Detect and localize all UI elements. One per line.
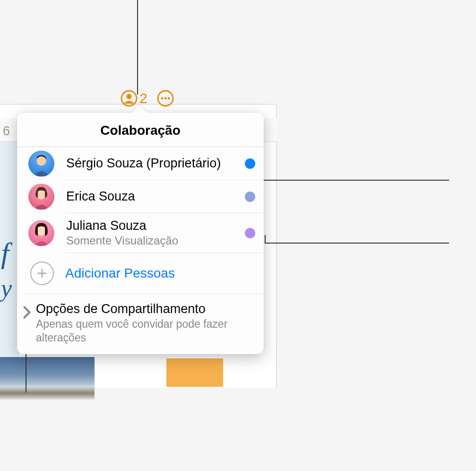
participant-name: Sérgio Souza (Proprietário) [66, 156, 240, 171]
svg-point-4 [164, 97, 166, 100]
share-options-row[interactable]: Opções de Compartilhamento Apenas quem v… [17, 294, 264, 354]
participants-list: Sérgio Souza (Proprietário) Erica Souza [17, 147, 264, 294]
svg-point-1 [127, 94, 132, 99]
participant-row[interactable]: Juliana Souza Somente Visualização [66, 213, 264, 253]
plus-circle-icon [30, 262, 54, 285]
person-circle-icon [121, 90, 138, 107]
participant-name: Juliana Souza [66, 218, 240, 233]
avatar [28, 150, 54, 176]
participant-row[interactable]: Sérgio Souza (Proprietário) [66, 147, 264, 180]
collaboration-popover: Colaboração Sérgio Souza (Proprietário) [17, 113, 264, 354]
background-italic-text: f y [1, 236, 12, 304]
popover-title: Colaboração [17, 113, 264, 147]
callout-line [265, 235, 266, 243]
background-yellow-block [166, 358, 223, 387]
participant-name: Erica Souza [66, 189, 240, 204]
avatar [28, 220, 54, 246]
callout-line [137, 0, 138, 95]
svg-point-9 [37, 190, 46, 199]
svg-point-5 [167, 97, 170, 100]
callout-line [265, 243, 449, 244]
collaboration-button[interactable]: 2 [121, 90, 147, 107]
presence-dot [245, 192, 255, 202]
participant-row[interactable]: Erica Souza [66, 180, 264, 213]
chevron-right-icon [22, 305, 32, 322]
add-people-label: Adicionar Pessoas [65, 266, 175, 281]
presence-dot [245, 228, 255, 238]
share-options-title: Opções de Compartilhamento [36, 302, 255, 316]
add-people-button[interactable]: Adicionar Pessoas [24, 253, 264, 294]
svg-point-3 [161, 97, 163, 100]
svg-point-11 [37, 226, 46, 236]
collaboration-count: 2 [139, 90, 147, 106]
background-photo [0, 357, 95, 400]
callout-line [246, 180, 449, 181]
share-options-subtitle: Apenas quem você convidar pode fazer alt… [36, 317, 255, 345]
more-button[interactable] [157, 90, 174, 107]
avatar [28, 183, 54, 209]
participant-permission: Somente Visualização [66, 234, 240, 248]
svg-point-7 [37, 156, 46, 166]
ruler-number: 6 [3, 124, 10, 139]
presence-dot [245, 158, 255, 169]
